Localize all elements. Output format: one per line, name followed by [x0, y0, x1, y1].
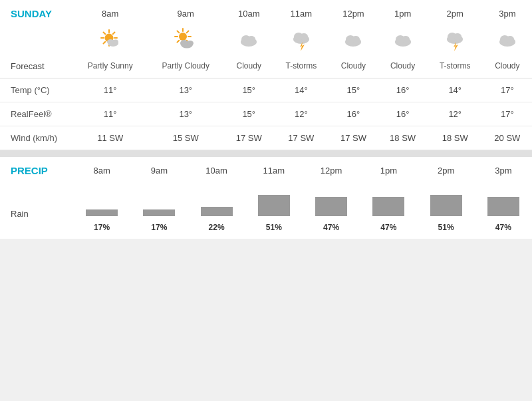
temp-5: 16°: [378, 78, 428, 102]
realfeel-label: RealFeel®: [0, 102, 73, 126]
temp-row: Temp (°C) 11° 13° 15° 14° 15° 16° 14° 17…: [0, 78, 532, 102]
rain-pct-5: 47%: [360, 223, 417, 239]
icon-cell-4: [329, 23, 378, 57]
time-8am: 8am: [73, 0, 147, 23]
rain-bar-5: [360, 180, 417, 223]
forecast-section: SUNDAY 8am 9am 10am 11am 12pm 1pm 2pm 3p…: [0, 0, 532, 150]
bar-6: [430, 195, 462, 216]
svg-line-5: [103, 33, 105, 35]
realfeel-5: 16°: [378, 102, 428, 126]
wind-row: Wind (km/h) 11 SW 15 SW 17 SW 17 SW 17 S…: [0, 126, 532, 150]
svg-point-43: [506, 36, 514, 43]
section-divider: [0, 150, 532, 157]
bar-0: [86, 209, 118, 216]
temp-6: 14°: [428, 78, 483, 102]
icon-cell-2: [224, 23, 273, 57]
precip-header-row: PRECIP 8am 9am 10am 11am 12pm 1pm 2pm 3p…: [0, 157, 532, 180]
bar-2: [201, 207, 233, 216]
realfeel-2: 15°: [224, 102, 273, 126]
bar-wrapper-6: [423, 186, 469, 219]
icon-cell-6: [428, 23, 483, 57]
bar-7: [487, 197, 519, 216]
rain-bar-3: [245, 180, 303, 223]
forecast-6: T-storms: [428, 57, 483, 78]
wind-label: Wind (km/h): [0, 126, 73, 150]
time-9am: 9am: [147, 0, 224, 23]
svg-point-29: [300, 33, 308, 40]
partly-sunny-icon: [97, 27, 124, 51]
day-label: SUNDAY: [0, 0, 73, 23]
bar-5: [372, 197, 404, 216]
forecast-label: Forecast: [0, 57, 73, 78]
bar-1: [143, 209, 175, 216]
header-row: SUNDAY 8am 9am 10am 11am 12pm 1pm 2pm 3p…: [0, 0, 532, 23]
forecast-4: Cloudy: [329, 57, 378, 78]
bar-wrapper-3: [251, 186, 297, 219]
realfeel-7: 17°: [483, 102, 532, 126]
bar-wrapper-4: [308, 186, 354, 219]
realfeel-0: 11°: [73, 102, 147, 126]
time-2pm: 2pm: [428, 0, 483, 23]
forecast-2: Cloudy: [224, 57, 273, 78]
forecast-1: Partly Cloudy: [147, 57, 224, 78]
precip-time-0: 8am: [73, 157, 130, 180]
rain-bar-7: [475, 180, 532, 223]
temp-2: 15°: [224, 78, 273, 102]
temp-1: 13°: [147, 78, 224, 102]
precip-label: PRECIP: [0, 157, 73, 180]
precip-time-7: 3pm: [475, 157, 532, 180]
rain-bar-4: [303, 180, 360, 223]
cloudy-icon-1: [340, 27, 366, 51]
temp-4: 15°: [329, 78, 378, 102]
rain-pct-1: 17%: [130, 223, 188, 239]
wind-1: 15 SW: [147, 126, 224, 150]
wind-0: 11 SW: [73, 126, 147, 150]
svg-point-23: [187, 41, 194, 46]
wind-7: 20 SW: [483, 126, 532, 150]
rain-bar-6: [418, 180, 475, 223]
icon-cell-7: [483, 23, 532, 57]
time-10am: 10am: [224, 0, 273, 23]
bar-wrapper-2: [194, 186, 240, 219]
svg-line-20: [178, 41, 180, 43]
svg-point-11: [113, 40, 118, 45]
rain-pct-0: 17%: [73, 223, 130, 239]
svg-point-33: [352, 36, 360, 43]
temp-0: 11°: [73, 78, 147, 102]
tstorms-icon-0: [288, 27, 315, 51]
realfeel-6: 12°: [428, 102, 483, 126]
svg-line-8: [103, 42, 105, 44]
rain-pct-6: 51%: [418, 223, 475, 239]
wind-5: 18 SW: [378, 126, 428, 150]
bar-wrapper-7: [480, 186, 527, 219]
icon-cell-5: [378, 23, 428, 57]
bar-wrapper-5: [365, 186, 412, 219]
realfeel-3: 12°: [273, 102, 329, 126]
wind-4: 17 SW: [329, 126, 378, 150]
rain-pct-7: 47%: [475, 223, 532, 239]
forecast-5: Cloudy: [378, 57, 428, 78]
realfeel-4: 16°: [329, 102, 378, 126]
precip-time-6: 2pm: [418, 157, 475, 180]
wind-3: 17 SW: [273, 126, 329, 150]
rain-bar-row: Rain: [0, 180, 532, 223]
icon-label-empty: [0, 23, 73, 57]
cloudy-icon-2: [390, 27, 416, 51]
precip-time-3: 11am: [245, 157, 303, 180]
wind-2: 17 SW: [224, 126, 273, 150]
rain-pct-2: 22%: [188, 223, 245, 239]
tstorms-icon-1: [442, 27, 468, 51]
rain-bar-0: [73, 180, 130, 223]
rain-pct-row: 17% 17% 22% 51% 47% 47% 51% 47%: [0, 223, 532, 239]
svg-line-17: [178, 31, 180, 33]
temp-7: 17°: [483, 78, 532, 102]
bar-3: [258, 195, 290, 216]
svg-point-36: [402, 36, 410, 43]
time-1pm: 1pm: [378, 0, 428, 23]
bar-wrapper-0: [78, 186, 125, 219]
time-12pm: 12pm: [329, 0, 378, 23]
bar-4: [315, 197, 347, 216]
rain-row-label: [0, 223, 73, 239]
partly-cloudy-icon: [172, 27, 199, 51]
cloudy-icon-3: [494, 27, 521, 51]
